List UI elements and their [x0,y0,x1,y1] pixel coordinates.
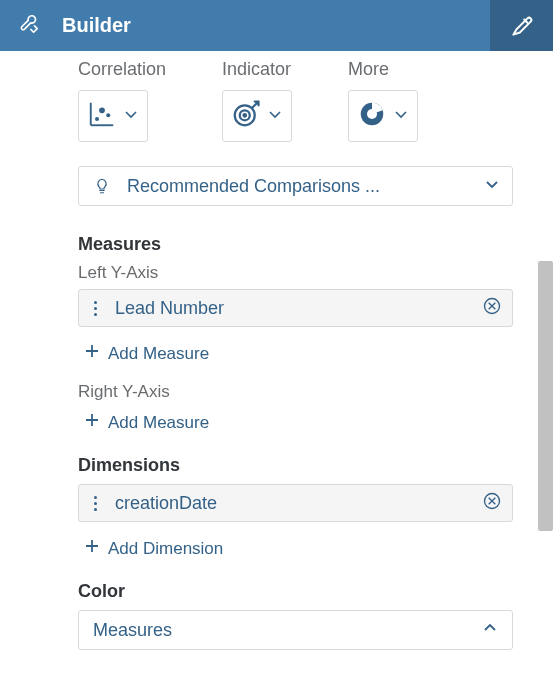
panel-title: Builder [62,14,131,37]
add-dimension-button[interactable]: Add Dimension [78,534,513,577]
measures-section-title: Measures [78,234,513,255]
color-selector-value: Measures [93,620,482,641]
more-column: More [348,59,418,142]
chevron-down-icon [484,176,500,196]
measure-token-label: Lead Number [115,298,482,319]
add-measure-right-button[interactable]: Add Measure [78,408,513,451]
svg-point-4 [106,113,110,117]
right-y-axis-label: Right Y-Axis [78,382,513,402]
svg-point-9 [367,109,377,119]
indicator-chart-button[interactable] [222,90,292,142]
drag-handle-icon[interactable] [89,496,101,511]
drag-handle-icon[interactable] [89,301,101,316]
correlation-label: Correlation [78,59,166,80]
dimension-token[interactable]: creationDate [78,484,513,522]
builder-header: Builder [0,0,553,51]
scrollbar-thumb[interactable] [538,261,553,531]
chart-type-row: Correlation [78,59,513,142]
more-label: More [348,59,389,80]
dimension-token-label: creationDate [115,493,482,514]
donut-icon [357,99,387,133]
add-measure-left-button[interactable]: Add Measure [78,339,513,382]
more-chart-button[interactable] [348,90,418,142]
correlation-column: Correlation [78,59,166,142]
svg-point-2 [95,117,99,121]
target-icon [231,99,261,133]
tools-icon [18,13,40,39]
builder-body: Correlation [0,51,553,681]
recommended-comparisons-button[interactable]: Recommended Comparisons ... [78,166,513,206]
left-y-axis-label: Left Y-Axis [78,263,513,283]
correlation-chart-button[interactable] [78,90,148,142]
dimensions-section-title: Dimensions [78,455,513,476]
plus-icon [84,343,100,364]
color-selector[interactable]: Measures [78,610,513,650]
header-left: Builder [0,13,490,39]
scatter-icon [87,99,117,133]
add-measure-label: Add Measure [108,413,209,433]
measure-token[interactable]: Lead Number [78,289,513,327]
remove-measure-button[interactable] [482,296,502,320]
add-dimension-label: Add Dimension [108,539,223,559]
plus-icon [84,538,100,559]
chevron-down-icon [123,106,139,126]
svg-point-3 [99,107,105,113]
chevron-up-icon [482,620,498,640]
remove-dimension-button[interactable] [482,491,502,515]
lightbulb-icon [91,177,113,195]
style-panel-button[interactable] [490,0,553,51]
plus-icon [84,412,100,433]
svg-point-7 [244,114,247,117]
recommended-comparisons-label: Recommended Comparisons ... [127,176,484,197]
color-section-title: Color [78,581,513,602]
indicator-column: Indicator [222,59,292,142]
chevron-down-icon [267,106,283,126]
chevron-down-icon [393,106,409,126]
builder-content: Correlation [0,51,553,681]
add-measure-label: Add Measure [108,344,209,364]
indicator-label: Indicator [222,59,291,80]
